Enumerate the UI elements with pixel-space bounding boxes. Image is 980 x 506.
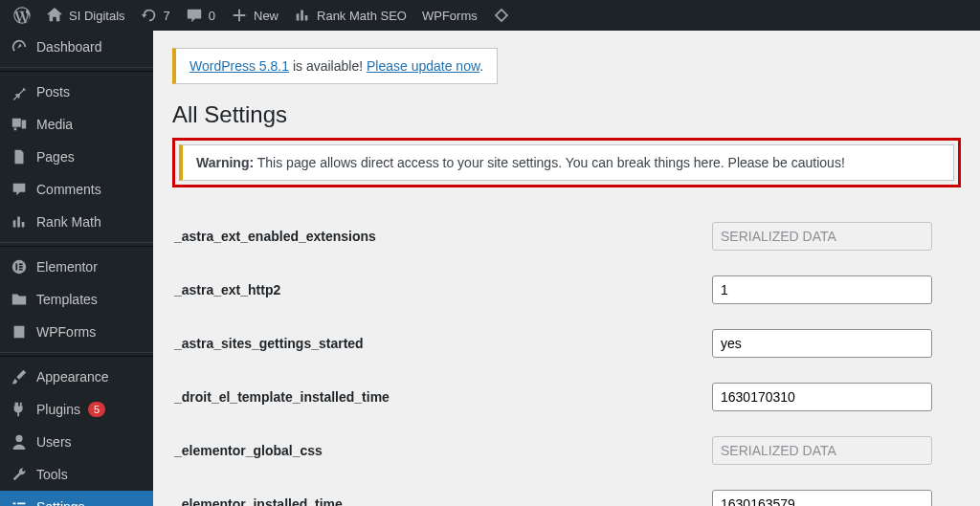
admin-sidebar: Dashboard Posts Media Pages Comments Ran… — [0, 31, 153, 506]
option-value-cell — [712, 371, 959, 423]
user-icon — [10, 432, 29, 451]
warning-highlight: Warning: This page allows direct access … — [172, 138, 961, 187]
new-label: New — [254, 9, 278, 23]
sidebar-item-label: Users — [36, 434, 72, 450]
gauge-icon — [10, 37, 29, 56]
sidebar-item-appearance[interactable]: Appearance — [0, 361, 153, 393]
option-name: _astra_ext_http2 — [174, 264, 710, 316]
svg-rect-2 — [19, 263, 23, 265]
main-content: WordPress 5.8.1 is available! Please upd… — [153, 31, 980, 506]
option-name: _astra_sites_gettings_started — [174, 318, 710, 369]
sidebar-item-label: Rank Math — [36, 214, 101, 230]
option-value-input — [712, 436, 932, 465]
comments-count: 0 — [209, 9, 215, 23]
sidebar-item-comments[interactable]: Comments — [0, 173, 153, 206]
notice-suffix: . — [479, 58, 483, 74]
notice-text: is available! — [289, 58, 367, 74]
media-icon — [10, 115, 29, 134]
brush-icon — [10, 367, 29, 386]
wp-logo[interactable] — [6, 0, 38, 31]
sidebar-item-label: Comments — [36, 182, 101, 197]
svg-rect-4 — [19, 269, 23, 271]
updates-count: 7 — [164, 9, 170, 23]
option-value-input — [712, 222, 932, 251]
site-name: SI Digitals — [69, 9, 125, 23]
option-value-input[interactable] — [712, 329, 932, 358]
comments-link[interactable]: 0 — [178, 0, 223, 31]
diamond-icon — [493, 7, 510, 24]
warning-notice: Warning: This page allows direct access … — [179, 144, 954, 181]
sidebar-item-pages[interactable]: Pages — [0, 141, 153, 173]
option-value-cell — [712, 318, 959, 369]
wpforms-label: WPForms — [422, 9, 478, 23]
sidebar-item-label: Plugins — [36, 402, 80, 417]
chart-bar-icon — [294, 7, 311, 24]
comment-icon — [186, 7, 203, 24]
sidebar-item-settings[interactable]: Settings — [0, 491, 153, 506]
page-icon — [10, 147, 29, 166]
sidebar-item-tools[interactable]: Tools — [0, 458, 153, 491]
refresh-icon — [141, 7, 158, 24]
option-value-cell — [712, 478, 959, 506]
option-value-input[interactable] — [712, 383, 932, 411]
plugins-update-badge: 5 — [88, 402, 105, 417]
options-table: _astra_ext_enabled_extensions_astra_ext_… — [172, 209, 961, 506]
sidebar-item-plugins[interactable]: Plugins 5 — [0, 393, 153, 426]
warning-text: This page allows direct access to your s… — [254, 155, 845, 170]
option-row: _elementor_global_css — [174, 425, 959, 476]
option-row: _astra_sites_gettings_started — [174, 318, 959, 369]
wordpress-icon — [13, 7, 31, 24]
sidebar-item-label: Posts — [36, 84, 70, 99]
sidebar-item-rankmath[interactable]: Rank Math — [0, 206, 153, 238]
rankmath-label: Rank Math SEO — [317, 9, 407, 23]
option-row: _elementor_installed_time — [174, 478, 959, 506]
update-now-link[interactable]: Please update now — [367, 58, 479, 74]
sidebar-item-label: Tools — [36, 467, 68, 482]
svg-rect-3 — [19, 266, 23, 268]
sliders-icon — [10, 497, 29, 506]
wpforms-toolbar[interactable]: WPForms — [414, 0, 485, 31]
page-title: All Settings — [172, 101, 961, 128]
option-name: _elementor_installed_time — [174, 478, 710, 506]
plug-icon — [10, 400, 29, 419]
option-row: _droit_el_template_installed_time — [174, 371, 959, 423]
menu-separator — [0, 67, 153, 72]
option-name: _astra_ext_enabled_extensions — [174, 210, 710, 262]
sidebar-item-elementor[interactable]: Elementor — [0, 251, 153, 283]
svg-rect-1 — [15, 263, 17, 270]
sidebar-item-label: Dashboard — [36, 39, 102, 55]
form-icon — [10, 322, 29, 341]
sidebar-item-dashboard[interactable]: Dashboard — [0, 31, 153, 63]
sidebar-item-label: WPForms — [36, 324, 96, 340]
sidebar-item-label: Pages — [36, 149, 75, 165]
option-value-cell — [712, 425, 959, 476]
option-value-cell — [712, 210, 959, 262]
site-home[interactable]: SI Digitals — [38, 0, 133, 31]
admin-toolbar: SI Digitals 7 0 New Rank Math SEO WPForm… — [0, 0, 980, 31]
rankmath-toolbar[interactable]: Rank Math SEO — [286, 0, 414, 31]
sidebar-item-templates[interactable]: Templates — [0, 283, 153, 316]
comment-icon — [10, 180, 29, 199]
option-name: _droit_el_template_installed_time — [174, 371, 710, 423]
sidebar-item-media[interactable]: Media — [0, 108, 153, 141]
menu-separator — [0, 242, 153, 247]
chart-bar-icon — [10, 212, 29, 231]
plus-icon — [231, 7, 248, 24]
folder-icon — [10, 290, 29, 309]
menu-separator — [0, 352, 153, 357]
warning-strong: Warning: — [196, 155, 254, 170]
option-value-cell — [712, 264, 959, 316]
loco-toolbar[interactable] — [485, 0, 518, 31]
option-row: _astra_ext_http2 — [174, 264, 959, 316]
option-value-input[interactable] — [712, 275, 932, 304]
sidebar-item-users[interactable]: Users — [0, 426, 153, 458]
sidebar-item-posts[interactable]: Posts — [0, 76, 153, 108]
wp-version-link[interactable]: WordPress 5.8.1 — [189, 58, 289, 74]
updates-link[interactable]: 7 — [133, 0, 178, 31]
option-value-input[interactable] — [712, 490, 932, 506]
sidebar-item-label: Elementor — [36, 259, 98, 275]
new-content[interactable]: New — [223, 0, 286, 31]
sidebar-item-wpforms[interactable]: WPForms — [0, 316, 153, 348]
wrench-icon — [10, 465, 29, 484]
sidebar-item-label: Templates — [36, 292, 98, 307]
